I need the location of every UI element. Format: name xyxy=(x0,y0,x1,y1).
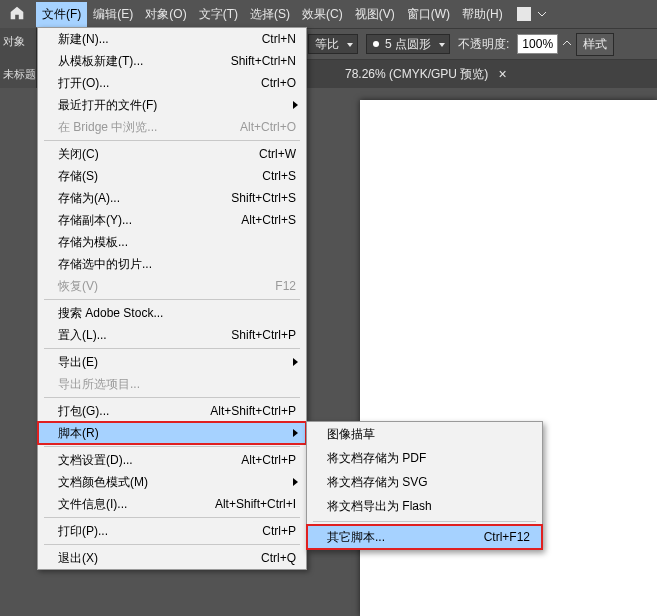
menu-item[interactable]: 存储为(A)...Shift+Ctrl+S xyxy=(38,187,306,209)
menu-item: 恢复(V)F12 xyxy=(38,275,306,297)
submenu-item[interactable]: 图像描草 xyxy=(307,422,542,446)
menubar: 文件(F) 编辑(E) 对象(O) 文字(T) 选择(S) 效果(C) 视图(V… xyxy=(0,0,657,28)
chevron-right-icon xyxy=(293,429,298,437)
chevron-right-icon xyxy=(293,478,298,486)
menu-item[interactable]: 文档颜色模式(M) xyxy=(38,471,306,493)
menu-item: 导出所选项目... xyxy=(38,373,306,395)
menu-item-label: 存储为(A)... xyxy=(58,190,120,207)
menu-item-shortcut: Shift+Ctrl+N xyxy=(231,54,296,68)
menu-item-shortcut: Ctrl+Q xyxy=(261,551,296,565)
menu-view[interactable]: 视图(V) xyxy=(349,2,401,27)
workspace-icon[interactable] xyxy=(517,7,531,21)
menu-item[interactable]: 打印(P)...Ctrl+P xyxy=(38,520,306,542)
brush-select[interactable]: 5 点圆形 xyxy=(366,34,450,54)
menu-edit[interactable]: 编辑(E) xyxy=(87,2,139,27)
menu-item-label: 文档设置(D)... xyxy=(58,452,133,469)
menu-item-label: 导出(E) xyxy=(58,354,98,371)
submenu-item[interactable]: 其它脚本...Ctrl+F12 xyxy=(307,525,542,549)
menu-item-shortcut: Ctrl+O xyxy=(261,76,296,90)
menu-item[interactable]: 导出(E) xyxy=(38,351,306,373)
menu-item[interactable]: 置入(L)...Shift+Ctrl+P xyxy=(38,324,306,346)
menu-item-label: 存储(S) xyxy=(58,168,98,185)
menu-item-label: 关闭(C) xyxy=(58,146,99,163)
strip-untitled-label: 未标题 xyxy=(3,67,36,82)
menu-item-shortcut: Alt+Shift+Ctrl+I xyxy=(215,497,296,511)
menu-item-label: 在 Bridge 中浏览... xyxy=(58,119,157,136)
menu-item-label: 文件信息(I)... xyxy=(58,496,127,513)
menu-item-shortcut: Shift+Ctrl+S xyxy=(231,191,296,205)
menu-item[interactable]: 存储(S)Ctrl+S xyxy=(38,165,306,187)
opacity-label: 不透明度: xyxy=(454,36,513,53)
menu-item-shortcut: Alt+Shift+Ctrl+P xyxy=(210,404,296,418)
document-tab[interactable]: 78.26% (CMYK/GPU 预览) × xyxy=(337,66,519,83)
menu-item[interactable]: 从模板新建(T)...Shift+Ctrl+N xyxy=(38,50,306,72)
menu-help[interactable]: 帮助(H) xyxy=(456,2,509,27)
strip-object-label: 对象 xyxy=(3,34,25,49)
dot-icon xyxy=(373,41,379,47)
file-menu-dropdown: 新建(N)...Ctrl+N从模板新建(T)...Shift+Ctrl+N打开(… xyxy=(37,27,307,570)
menu-item-label: 搜索 Adobe Stock... xyxy=(58,305,163,322)
menu-item-label: 最近打开的文件(F) xyxy=(58,97,157,114)
submenu-item[interactable]: 将文档导出为 Flash xyxy=(307,494,542,518)
menu-item[interactable]: 关闭(C)Ctrl+W xyxy=(38,143,306,165)
menu-item-label: 文档颜色模式(M) xyxy=(58,474,148,491)
menu-item-shortcut: Alt+Ctrl+P xyxy=(241,453,296,467)
menu-item[interactable]: 打包(G)...Alt+Shift+Ctrl+P xyxy=(38,400,306,422)
menu-window[interactable]: 窗口(W) xyxy=(401,2,456,27)
menu-item-label: 恢复(V) xyxy=(58,278,98,295)
menu-item-label: 新建(N)... xyxy=(58,31,109,48)
submenu-item[interactable]: 将文档存储为 PDF xyxy=(307,446,542,470)
chevron-right-icon xyxy=(293,101,298,109)
menu-item-label: 导出所选项目... xyxy=(58,376,140,393)
menu-item-shortcut: Alt+Ctrl+S xyxy=(241,213,296,227)
menu-item-label: 打包(G)... xyxy=(58,403,109,420)
opacity-input[interactable]: 100% xyxy=(517,34,558,54)
left-strip: 对象 未标题 xyxy=(0,28,37,88)
menu-file[interactable]: 文件(F) xyxy=(36,2,87,27)
submenu-item-label: 将文档存储为 SVG xyxy=(327,474,428,491)
submenu-item-shortcut: Ctrl+F12 xyxy=(484,530,530,544)
menu-item-label: 脚本(R) xyxy=(58,425,99,442)
menu-item-label: 打印(P)... xyxy=(58,523,108,540)
menu-item[interactable]: 存储副本(Y)...Alt+Ctrl+S xyxy=(38,209,306,231)
submenu-item-label: 其它脚本... xyxy=(327,529,385,546)
submenu-item[interactable]: 将文档存储为 SVG xyxy=(307,470,542,494)
menu-item[interactable]: 脚本(R) xyxy=(38,422,306,444)
menu-item-label: 置入(L)... xyxy=(58,327,107,344)
proportions-select[interactable]: 等比 xyxy=(308,34,358,54)
menu-item[interactable]: 新建(N)...Ctrl+N xyxy=(38,28,306,50)
menu-item[interactable]: 打开(O)...Ctrl+O xyxy=(38,72,306,94)
style-button[interactable]: 样式 xyxy=(576,33,614,56)
menu-object[interactable]: 对象(O) xyxy=(139,2,192,27)
opacity-arrow-icon[interactable] xyxy=(562,39,572,49)
menu-effect[interactable]: 效果(C) xyxy=(296,2,349,27)
menu-item-shortcut: F12 xyxy=(275,279,296,293)
menu-item-shortcut: Ctrl+W xyxy=(259,147,296,161)
chevron-down-icon[interactable] xyxy=(537,9,547,19)
menu-item[interactable]: 文件信息(I)...Alt+Shift+Ctrl+I xyxy=(38,493,306,515)
submenu-item-label: 图像描草 xyxy=(327,426,375,443)
menu-text[interactable]: 文字(T) xyxy=(193,2,244,27)
menu-item[interactable]: 存储选中的切片... xyxy=(38,253,306,275)
menu-item[interactable]: 文档设置(D)...Alt+Ctrl+P xyxy=(38,449,306,471)
scripts-submenu: 图像描草将文档存储为 PDF将文档存储为 SVG将文档导出为 Flash其它脚本… xyxy=(306,421,543,550)
menu-item: 在 Bridge 中浏览...Alt+Ctrl+O xyxy=(38,116,306,138)
menu-item[interactable]: 搜索 Adobe Stock... xyxy=(38,302,306,324)
menu-item[interactable]: 退出(X)Ctrl+Q xyxy=(38,547,306,569)
menu-select[interactable]: 选择(S) xyxy=(244,2,296,27)
menu-item-label: 存储为模板... xyxy=(58,234,128,251)
menu-item-label: 存储选中的切片... xyxy=(58,256,152,273)
submenu-item-label: 将文档存储为 PDF xyxy=(327,450,426,467)
menu-item-label: 退出(X) xyxy=(58,550,98,567)
submenu-item-label: 将文档导出为 Flash xyxy=(327,498,432,515)
menu-item[interactable]: 最近打开的文件(F) xyxy=(38,94,306,116)
menu-item-shortcut: Ctrl+N xyxy=(262,32,296,46)
close-icon[interactable]: × xyxy=(498,66,506,82)
menu-item[interactable]: 存储为模板... xyxy=(38,231,306,253)
menu-item-shortcut: Shift+Ctrl+P xyxy=(231,328,296,342)
menu-item-label: 从模板新建(T)... xyxy=(58,53,143,70)
menu-item-shortcut: Ctrl+P xyxy=(262,524,296,538)
menu-item-shortcut: Ctrl+S xyxy=(262,169,296,183)
home-icon[interactable] xyxy=(8,4,28,24)
menu-item-label: 存储副本(Y)... xyxy=(58,212,132,229)
